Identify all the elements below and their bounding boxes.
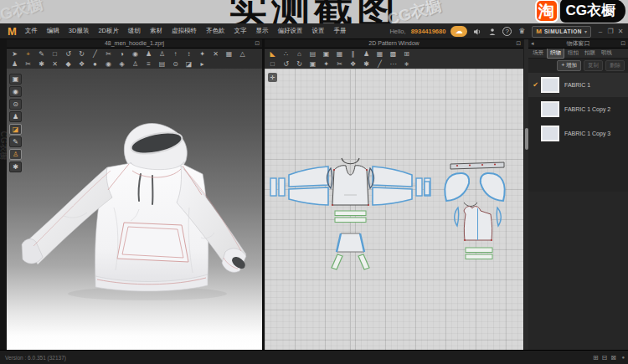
copy-fabric-button[interactable]: 复制 (584, 60, 603, 71)
delete-fabric-button[interactable]: 删除 (605, 60, 625, 71)
layout-icon[interactable]: ⊞ (593, 354, 599, 361)
toolbar-icon[interactable]: ↻ (76, 49, 87, 59)
toolbar-icon[interactable]: ♙ (130, 59, 141, 69)
toolbar-icon[interactable]: ✦ (321, 59, 332, 69)
pattern-strap[interactable] (332, 254, 342, 269)
pattern-band[interactable] (335, 211, 366, 216)
pattern-armhole-curve[interactable] (497, 208, 501, 226)
toolbar-icon[interactable]: ▣ (307, 59, 318, 69)
toolbar-icon[interactable]: ◆ (63, 59, 74, 69)
pattern-strap[interactable] (358, 254, 369, 269)
toolbar-icon[interactable]: ╱ (374, 59, 385, 69)
toolbar-icon[interactable]: ⊙ (170, 59, 181, 69)
toolbar-icon[interactable]: + (23, 49, 33, 59)
popout-icon[interactable]: ⊡ (620, 39, 625, 48)
toolbar-icon[interactable]: ✱ (36, 59, 47, 69)
toolbar-icon[interactable]: ∥ (347, 49, 358, 59)
pattern-hood[interactable] (481, 173, 505, 201)
object-tab[interactable]: 纽扣 (565, 49, 581, 58)
simulation-button[interactable]: M SIMULATION ▾ (532, 26, 591, 38)
toolbar-icon[interactable]: ▤ (157, 59, 167, 69)
toolbar-icon[interactable]: ♟ (143, 49, 154, 59)
toolbar-icon[interactable]: ◉ (103, 59, 114, 69)
menu-item[interactable]: 文字 (234, 27, 247, 35)
toolbar-icon[interactable]: ↺ (63, 49, 74, 59)
toolbar-icon[interactable]: ❖ (347, 59, 358, 69)
toolbar-icon[interactable]: ♟ (9, 59, 20, 69)
pattern-sleeve[interactable] (289, 167, 328, 187)
window-control-button[interactable]: – (596, 28, 605, 35)
toolbar-icon[interactable]: ◈ (116, 59, 127, 69)
toolbar-icon[interactable]: □ (49, 49, 60, 59)
menu-item[interactable]: 文件 (25, 27, 38, 35)
viewport-tool-button[interactable]: ◪ (9, 124, 22, 135)
speaker-icon[interactable] (472, 28, 482, 36)
toolbar-icon[interactable]: ✦ (197, 49, 208, 59)
menu-item[interactable]: 显示 (256, 27, 269, 35)
pattern-cuff[interactable] (279, 178, 285, 196)
menu-item[interactable]: 素材 (150, 27, 162, 35)
add-fabric-button[interactable]: + 增加 (557, 60, 581, 71)
object-tab[interactable]: 扣眼 (582, 49, 598, 58)
user-icon[interactable] (487, 28, 497, 36)
toolbar-icon[interactable]: ↑ (170, 49, 181, 59)
viewport-tool-button[interactable]: ✱ (9, 161, 22, 172)
toolbar-icon[interactable]: ♟ (361, 49, 372, 59)
cloud-sync-icon[interactable]: ☁ (450, 26, 467, 37)
object-tab[interactable]: 明线 (599, 49, 615, 58)
menu-item[interactable]: 编辑 (47, 27, 59, 35)
menu-item[interactable]: 齐色款 (206, 27, 225, 35)
toolbar-icon[interactable]: ⋯ (388, 59, 399, 69)
window-control-button[interactable]: ✕ (616, 28, 625, 35)
toolbar-icon[interactable]: ❖ (76, 59, 87, 69)
pattern-hood-strip[interactable] (450, 162, 504, 169)
toolbar-icon[interactable]: ✕ (210, 49, 221, 59)
window-control-button[interactable]: ❐ (606, 28, 615, 35)
viewport-tool-button[interactable]: ♙ (9, 149, 22, 160)
pattern-sleeve[interactable] (289, 187, 328, 205)
viewport-tool-button[interactable]: ◉ (9, 86, 22, 97)
toolbar-icon[interactable]: ✎ (36, 49, 47, 59)
viewport-tool-button[interactable]: ▣ (9, 74, 22, 85)
menu-item[interactable]: 偏好设置 (278, 27, 303, 35)
viewport-3d[interactable]: ▣◉⊙♟◪✎♙✱ (7, 69, 262, 350)
toolbar-icon[interactable]: □ (267, 59, 278, 69)
pattern-band[interactable] (466, 254, 492, 259)
toolbar-icon[interactable]: ◉ (130, 49, 141, 59)
pattern-sleeve[interactable] (373, 187, 412, 205)
toolbar-icon[interactable]: △ (237, 49, 248, 59)
toolbar-icon[interactable]: ◣ (267, 49, 278, 59)
viewport-2d[interactable]: ✛ (265, 69, 523, 350)
menu-item[interactable]: 设置 (312, 27, 325, 35)
toolbar-icon[interactable]: ✂ (23, 59, 33, 69)
menu-item[interactable]: 缝纫 (128, 27, 141, 35)
toolbar-icon[interactable]: ▸ (197, 59, 208, 69)
object-tab[interactable]: 织物 (547, 48, 564, 59)
account-id[interactable]: 8934419680 (411, 28, 446, 35)
pattern-hood-join[interactable] (464, 203, 477, 207)
toolbar-icon[interactable]: ▣ (321, 49, 332, 59)
layout-icon[interactable]: ⊠ (610, 354, 616, 361)
menu-item[interactable]: 2D板片 (98, 27, 119, 35)
fabric-list-item[interactable]: FABRIC 1 Copy 2 (528, 97, 628, 121)
toolbar-icon[interactable]: ● (90, 59, 100, 69)
help-icon[interactable]: ? (502, 27, 512, 36)
toolbar-icon[interactable]: ↕ (183, 49, 194, 59)
viewport-tool-button[interactable]: ⊙ (9, 99, 22, 110)
toolbar-icon[interactable]: ↻ (294, 59, 305, 69)
toolbar-icon[interactable]: ▦ (374, 49, 385, 59)
fabric-list-item[interactable]: ✔ FABRIC 1 (528, 73, 628, 97)
pattern-cuff[interactable] (416, 178, 422, 196)
popout-icon[interactable]: ⊡ (516, 39, 521, 48)
toolbar-icon[interactable]: ╱ (90, 49, 100, 59)
toolbar-icon[interactable]: ▤ (307, 49, 318, 59)
toolbar-icon[interactable]: ▩ (388, 49, 399, 59)
toolbar-icon[interactable]: ↺ (281, 59, 291, 69)
pattern-cuff[interactable] (270, 178, 276, 196)
pattern-sleeve[interactable] (373, 167, 412, 187)
toolbar-icon[interactable]: ∗ (401, 59, 412, 69)
toolbar-icon[interactable]: ▦ (334, 49, 345, 59)
pattern-band[interactable] (466, 248, 492, 253)
toolbar-icon[interactable]: ✱ (361, 59, 372, 69)
view-axis-icon[interactable]: ✛ (268, 73, 277, 82)
